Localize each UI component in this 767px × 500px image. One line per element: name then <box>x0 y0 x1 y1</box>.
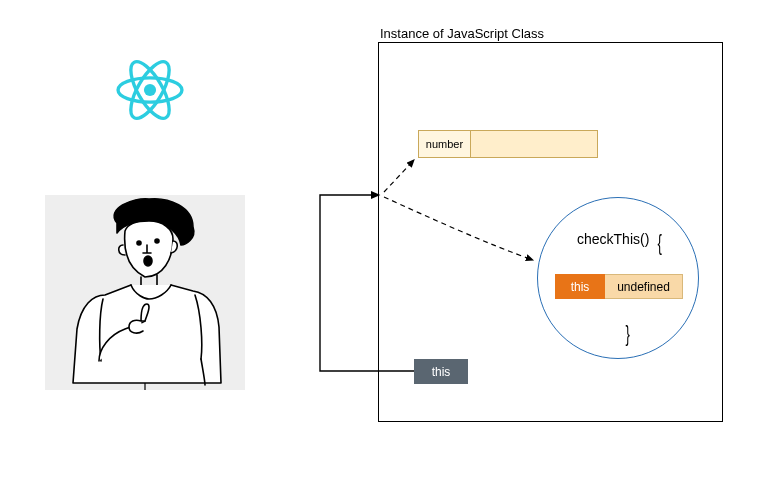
person-illustration <box>45 195 245 390</box>
brace-close: } <box>625 321 629 347</box>
inner-this-key: this <box>555 274 605 299</box>
inner-this-value: undefined <box>605 274 683 299</box>
react-logo-icon <box>115 55 185 125</box>
class-title: Instance of JavaScript Class <box>380 26 544 41</box>
property-number-label: number <box>419 131 471 157</box>
svg-point-4 <box>137 241 141 245</box>
method-name: checkThis() <box>577 231 649 247</box>
brace-open: { <box>657 230 661 256</box>
inner-this-binding: this undefined <box>555 274 683 299</box>
property-number-value <box>471 131 597 157</box>
svg-point-5 <box>155 239 159 243</box>
svg-point-0 <box>144 84 156 96</box>
property-number: number <box>418 130 598 158</box>
outer-this-box: this <box>414 359 468 384</box>
svg-point-6 <box>144 256 152 266</box>
